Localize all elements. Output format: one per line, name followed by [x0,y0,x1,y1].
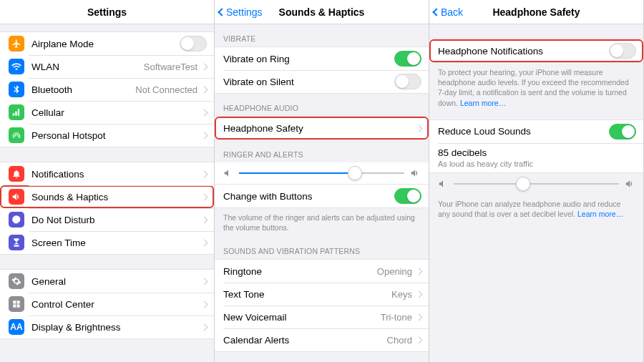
settings-row-screen-time[interactable]: Screen Time [0,231,214,254]
toggle-switch[interactable] [394,188,421,204]
toggle-switch[interactable] [394,51,421,67]
cell-label: Do Not Disturb [31,215,202,225]
chevron-right-icon [201,63,208,70]
headphone-safety-pane: Back Headphone Safety Headphone Notifica… [429,0,644,362]
cell-value: Keys [391,289,412,300]
navbar: Back Headphone Safety [429,0,643,24]
ringer-volume-slider[interactable] [239,172,404,174]
decibel-row: 85 decibels As loud as heavy city traffi… [429,143,643,172]
reduce-loud-sounds-group: Reduce Loud Sounds 85 decibels As loud a… [429,119,643,173]
back-button[interactable]: Settings [219,6,263,18]
cell-group: Change with Buttons [215,184,429,208]
settings-row-airplane-mode[interactable]: Airplane Mode [0,32,214,55]
decibel-slider-row [429,173,643,195]
back-button[interactable]: Back [434,6,463,18]
settings-row-sounds-haptics[interactable]: Sounds & Haptics [0,185,214,208]
nav-title: Sounds & Haptics [279,6,365,18]
cell-value: SoftwareTest [144,62,197,72]
section-header: SOUNDS AND VIBRATION PATTERNS [215,237,429,259]
settings-row-bluetooth[interactable]: BluetoothNot Connected [0,78,214,101]
toggle-switch[interactable] [180,36,207,52]
chevron-right-icon [416,124,423,132]
cell-value: Tri-tone [381,312,412,323]
chevron-right-icon [201,170,208,177]
chevron-right-icon [201,239,208,246]
chevron-right-icon [201,323,208,331]
row-ringtone[interactable]: RingtoneOpening [215,260,429,283]
settings-row-display-brightness[interactable]: AADisplay & Brightness [0,315,214,338]
volume-low-icon [223,168,233,178]
cell-label: Bluetooth [31,84,135,95]
row-calendar-alerts[interactable]: Calendar AlertsChord [215,328,429,351]
cell-label: Cellular [31,107,202,118]
toggle-switch[interactable] [394,74,421,89]
navbar: Settings [0,0,214,24]
chevron-right-icon [416,313,423,321]
cell-label: Screen Time [31,238,202,248]
cell-label: Headphone Notifications [438,46,609,57]
ringer-volume-slider-row [215,162,429,184]
screentime-icon [9,235,24,250]
cell-value: Opening [377,266,412,277]
row-new-voicemail[interactable]: New VoicemailTri-tone [215,305,429,328]
navbar: Settings Sounds & Haptics [215,0,429,24]
cell-group: Headphone Safety [215,116,429,140]
settings-row-cellular[interactable]: Cellular [0,101,214,124]
settings-group: NotificationsSounds & HapticsDo Not Dist… [0,162,214,255]
section-header: HEADPHONE AUDIO [215,94,429,116]
settings-row-general[interactable]: General [0,270,214,293]
chevron-right-icon [201,132,208,139]
chevron-right-icon [201,278,208,285]
chevron-right-icon [201,216,208,223]
chevron-right-icon [416,336,423,343]
cell-label: Ringtone [223,266,377,277]
row-change-with-buttons[interactable]: Change with Buttons [215,185,429,207]
row-text-tone[interactable]: Text ToneKeys [215,283,429,305]
cell-label: WLAN [31,62,144,72]
cell-group: RingtoneOpeningText ToneKeysNew Voicemai… [215,259,429,352]
cell-value: Chord [387,335,412,346]
learn-more-link[interactable]: Learn more… [460,99,506,107]
toggle-switch[interactable] [609,43,636,59]
settings-row-notifications[interactable]: Notifications [0,162,214,185]
bluetooth-icon [9,82,24,97]
cell-label: Reduce Loud Sounds [438,126,609,137]
section-footer: The volume of the ringer and alerts can … [215,208,429,237]
cellular-icon [9,104,24,120]
toggle-switch[interactable] [609,124,636,140]
back-label: Settings [226,6,263,18]
row-headphone-safety[interactable]: Headphone Safety [215,117,429,140]
chevron-right-icon [201,86,208,93]
settings-row-wlan[interactable]: WLANSoftwareTest [0,55,214,78]
decibel-slider[interactable] [454,183,619,185]
cell-label: Vibrate on Ring [223,54,394,64]
reduce-loud-sounds-row[interactable]: Reduce Loud Sounds [429,120,643,143]
headphone-notif-footer: To protect your hearing, your iPhone wil… [429,63,643,112]
headphone-notifications-group: Headphone Notifications [429,39,643,63]
cell-label: Text Tone [223,289,391,300]
row-vibrate-on-ring[interactable]: Vibrate on Ring [215,47,429,70]
cell-label: Headphone Safety [223,123,416,134]
cell-label: Sounds & Haptics [31,192,202,202]
cell-label: Calendar Alerts [223,335,387,346]
learn-more-link[interactable]: Learn more… [577,210,623,218]
cell-label: Change with Buttons [223,191,394,202]
cell-value: Not Connected [135,84,197,95]
row-vibrate-on-silent[interactable]: Vibrate on Silent [215,70,429,93]
settings-row-personal-hotspot[interactable]: Personal Hotspot [0,124,214,147]
wifi-icon [9,59,24,74]
section-header: RINGER AND ALERTS [215,140,429,162]
chevron-right-icon [416,290,423,298]
settings-row-do-not-disturb[interactable]: Do Not Disturb [0,208,214,231]
airplane-icon [9,36,24,52]
back-label: Back [441,6,463,18]
settings-pane: Settings Airplane ModeWLANSoftwareTestBl… [0,0,215,362]
chevron-right-icon [416,268,423,275]
chevron-left-icon [432,8,440,16]
chevron-right-icon [201,109,208,116]
cell-label: Vibrate on Silent [223,77,394,87]
control-center-icon [9,296,24,312]
cell-label: Notifications [31,169,202,180]
settings-row-control-center[interactable]: Control Center [0,293,214,315]
headphone-notifications-row[interactable]: Headphone Notifications [429,39,643,62]
